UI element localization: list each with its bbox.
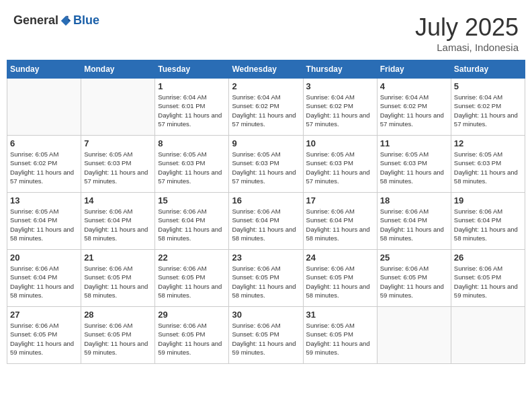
sunset-text: Sunset: 6:02 PM bbox=[454, 102, 501, 109]
day-info: Sunrise: 6:06 AM Sunset: 6:05 PM Dayligh… bbox=[158, 321, 226, 357]
table-row: 14 Sunrise: 6:06 AM Sunset: 6:04 PM Dayl… bbox=[81, 193, 155, 250]
day-number: 6 bbox=[10, 138, 78, 148]
logo-blue: Blue bbox=[73, 13, 99, 28]
day-info: Sunrise: 6:06 AM Sunset: 6:04 PM Dayligh… bbox=[84, 207, 152, 242]
table-row: 10 Sunrise: 6:05 AM Sunset: 6:03 PM Dayl… bbox=[303, 136, 377, 193]
daylight-text: Daylight: 11 hours and 59 minutes. bbox=[454, 283, 518, 299]
table-row: 9 Sunrise: 6:05 AM Sunset: 6:03 PM Dayli… bbox=[229, 136, 303, 193]
sunset-text: Sunset: 6:03 PM bbox=[158, 159, 205, 167]
day-info: Sunrise: 6:05 AM Sunset: 6:03 PM Dayligh… bbox=[158, 150, 226, 185]
sunrise-text: Sunrise: 6:06 AM bbox=[306, 208, 355, 215]
day-number: 14 bbox=[84, 195, 152, 205]
daylight-text: Daylight: 11 hours and 57 minutes. bbox=[232, 169, 296, 185]
day-number: 24 bbox=[306, 253, 374, 263]
sunset-text: Sunset: 6:05 PM bbox=[84, 273, 131, 281]
sunset-text: Sunset: 6:04 PM bbox=[10, 273, 57, 281]
day-info: Sunrise: 6:04 AM Sunset: 6:02 PM Dayligh… bbox=[380, 93, 448, 128]
sunset-text: Sunset: 6:02 PM bbox=[10, 159, 57, 167]
day-number: 18 bbox=[380, 195, 448, 205]
day-number: 28 bbox=[84, 310, 152, 320]
daylight-text: Daylight: 11 hours and 59 minutes. bbox=[380, 283, 444, 299]
daylight-text: Daylight: 11 hours and 59 minutes. bbox=[158, 340, 222, 356]
sunrise-text: Sunrise: 6:04 AM bbox=[380, 93, 429, 101]
sunrise-text: Sunrise: 6:06 AM bbox=[84, 265, 132, 272]
day-number: 4 bbox=[380, 81, 448, 91]
title-area: July 2025 Lamasi, Indonesia bbox=[415, 13, 519, 53]
sunrise-text: Sunrise: 6:05 AM bbox=[454, 150, 502, 158]
sunset-text: Sunset: 6:03 PM bbox=[232, 159, 279, 167]
sunset-text: Sunset: 6:05 PM bbox=[454, 273, 501, 281]
table-row: 11 Sunrise: 6:05 AM Sunset: 6:03 PM Dayl… bbox=[377, 136, 451, 193]
sunrise-text: Sunrise: 6:05 AM bbox=[84, 150, 132, 158]
day-info: Sunrise: 6:05 AM Sunset: 6:02 PM Dayligh… bbox=[10, 150, 78, 185]
day-number: 25 bbox=[380, 253, 448, 263]
table-row: 22 Sunrise: 6:06 AM Sunset: 6:05 PM Dayl… bbox=[155, 250, 229, 307]
daylight-text: Daylight: 11 hours and 57 minutes. bbox=[454, 111, 518, 128]
calendar-week-3: 13 Sunrise: 6:05 AM Sunset: 6:04 PM Dayl… bbox=[7, 193, 525, 250]
day-info: Sunrise: 6:04 AM Sunset: 6:02 PM Dayligh… bbox=[454, 93, 522, 128]
day-number: 29 bbox=[158, 310, 226, 320]
calendar-week-4: 20 Sunrise: 6:06 AM Sunset: 6:04 PM Dayl… bbox=[7, 250, 525, 307]
day-info: Sunrise: 6:06 AM Sunset: 6:05 PM Dayligh… bbox=[232, 264, 300, 300]
col-monday: Monday bbox=[81, 60, 155, 79]
day-number: 30 bbox=[232, 310, 300, 320]
day-number: 19 bbox=[454, 195, 522, 205]
daylight-text: Daylight: 11 hours and 58 minutes. bbox=[158, 283, 222, 299]
day-info: Sunrise: 6:06 AM Sunset: 6:05 PM Dayligh… bbox=[232, 321, 300, 357]
daylight-text: Daylight: 11 hours and 58 minutes. bbox=[84, 283, 148, 299]
day-number: 31 bbox=[306, 310, 374, 320]
day-number: 10 bbox=[306, 138, 374, 148]
table-row: 17 Sunrise: 6:06 AM Sunset: 6:04 PM Dayl… bbox=[303, 193, 377, 250]
calendar-week-2: 6 Sunrise: 6:05 AM Sunset: 6:02 PM Dayli… bbox=[7, 136, 525, 193]
daylight-text: Daylight: 11 hours and 59 minutes. bbox=[232, 340, 296, 356]
day-info: Sunrise: 6:06 AM Sunset: 6:05 PM Dayligh… bbox=[158, 264, 226, 300]
sunrise-text: Sunrise: 6:04 AM bbox=[306, 93, 355, 101]
sunset-text: Sunset: 6:02 PM bbox=[380, 102, 427, 109]
table-row: 29 Sunrise: 6:06 AM Sunset: 6:05 PM Dayl… bbox=[155, 307, 229, 364]
sunset-text: Sunset: 6:04 PM bbox=[454, 216, 501, 224]
table-row: 19 Sunrise: 6:06 AM Sunset: 6:04 PM Dayl… bbox=[451, 193, 525, 250]
table-row: 25 Sunrise: 6:06 AM Sunset: 6:05 PM Dayl… bbox=[377, 250, 451, 307]
daylight-text: Daylight: 11 hours and 59 minutes. bbox=[306, 340, 370, 356]
table-row bbox=[7, 79, 81, 136]
day-info: Sunrise: 6:05 AM Sunset: 6:03 PM Dayligh… bbox=[232, 150, 300, 185]
day-number: 8 bbox=[158, 138, 226, 148]
sunrise-text: Sunrise: 6:05 AM bbox=[158, 150, 206, 158]
day-info: Sunrise: 6:06 AM Sunset: 6:05 PM Dayligh… bbox=[10, 321, 78, 357]
day-number: 7 bbox=[84, 138, 152, 148]
table-row: 27 Sunrise: 6:06 AM Sunset: 6:05 PM Dayl… bbox=[7, 307, 81, 364]
day-info: Sunrise: 6:04 AM Sunset: 6:02 PM Dayligh… bbox=[306, 93, 374, 128]
sunset-text: Sunset: 6:02 PM bbox=[232, 102, 279, 109]
day-info: Sunrise: 6:06 AM Sunset: 6:04 PM Dayligh… bbox=[10, 264, 78, 300]
sunset-text: Sunset: 6:05 PM bbox=[232, 330, 279, 338]
daylight-text: Daylight: 11 hours and 57 minutes. bbox=[306, 111, 370, 128]
daylight-text: Daylight: 11 hours and 57 minutes. bbox=[306, 169, 370, 185]
day-number: 21 bbox=[84, 253, 152, 263]
daylight-text: Daylight: 11 hours and 58 minutes. bbox=[380, 226, 444, 242]
logo: General Blue bbox=[13, 13, 99, 28]
day-number: 13 bbox=[10, 195, 78, 205]
day-info: Sunrise: 6:06 AM Sunset: 6:04 PM Dayligh… bbox=[454, 207, 522, 242]
sunset-text: Sunset: 6:05 PM bbox=[306, 273, 353, 281]
day-number: 3 bbox=[306, 81, 374, 91]
table-row: 18 Sunrise: 6:06 AM Sunset: 6:04 PM Dayl… bbox=[377, 193, 451, 250]
sunrise-text: Sunrise: 6:06 AM bbox=[454, 208, 502, 215]
daylight-text: Daylight: 11 hours and 58 minutes. bbox=[158, 226, 222, 242]
sunset-text: Sunset: 6:04 PM bbox=[10, 216, 57, 224]
page-header: General Blue July 2025 Lamasi, Indonesia bbox=[7, 7, 525, 56]
sunset-text: Sunset: 6:04 PM bbox=[158, 216, 205, 224]
day-number: 11 bbox=[380, 138, 448, 148]
day-number: 2 bbox=[232, 81, 300, 91]
daylight-text: Daylight: 11 hours and 58 minutes. bbox=[10, 226, 74, 242]
table-row: 13 Sunrise: 6:05 AM Sunset: 6:04 PM Dayl… bbox=[7, 193, 81, 250]
day-info: Sunrise: 6:06 AM Sunset: 6:05 PM Dayligh… bbox=[84, 321, 152, 357]
day-number: 1 bbox=[158, 81, 226, 91]
sunrise-text: Sunrise: 6:06 AM bbox=[84, 208, 132, 215]
day-info: Sunrise: 6:05 AM Sunset: 6:05 PM Dayligh… bbox=[306, 321, 374, 357]
sunrise-text: Sunrise: 6:04 AM bbox=[158, 93, 206, 101]
table-row: 4 Sunrise: 6:04 AM Sunset: 6:02 PM Dayli… bbox=[377, 79, 451, 136]
location-subtitle: Lamasi, Indonesia bbox=[415, 42, 519, 53]
daylight-text: Daylight: 11 hours and 58 minutes. bbox=[232, 226, 296, 242]
table-row: 16 Sunrise: 6:06 AM Sunset: 6:04 PM Dayl… bbox=[229, 193, 303, 250]
day-info: Sunrise: 6:06 AM Sunset: 6:04 PM Dayligh… bbox=[158, 207, 226, 242]
